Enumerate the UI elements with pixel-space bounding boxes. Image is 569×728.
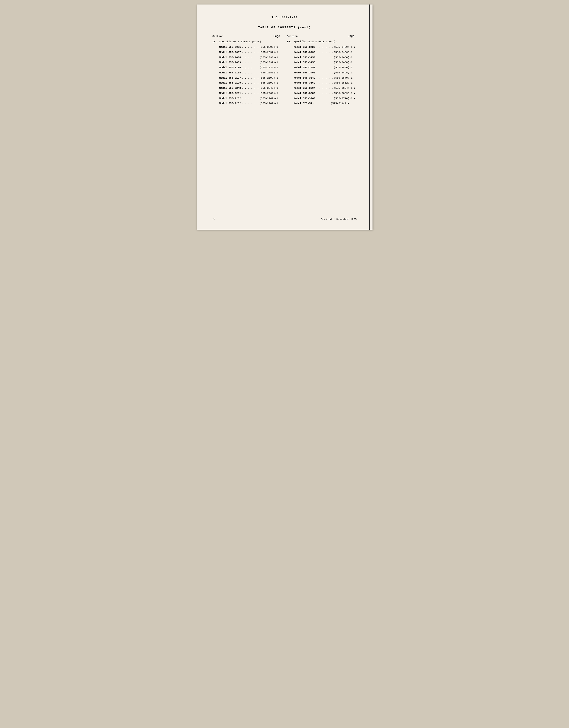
page-ref: (555-3495)-1	[334, 71, 353, 75]
model-text: Model 555-3562	[294, 81, 316, 85]
page-ref: (555-3429)-1	[334, 45, 353, 49]
footer-page-number: ii	[212, 218, 216, 221]
list-item: Model 555-3562. . . . . .(555-3562)-1	[287, 81, 357, 85]
list-item: Model 555-3604. . . . . .(555-3604)-1■	[287, 86, 357, 90]
list-item: Model 555-2199. . . . . .(555-2199)-1	[212, 81, 282, 85]
change-marker: ■	[348, 102, 349, 105]
left-entries: Model 555-2095. . . . . .(555-2095)-1Mod…	[212, 45, 282, 105]
list-item: Model 555-3450. . . . . .(555-3450)-1	[287, 55, 357, 59]
right-iv-label: IV.	[287, 40, 294, 43]
dots: . . . . . .	[316, 96, 333, 100]
model-text: Model 555-2243	[219, 86, 241, 90]
footer-revised: Revised 1 November 1955	[321, 218, 357, 221]
page-ref: (555-2097)-1	[259, 50, 278, 54]
left-iv-label: IV.	[212, 40, 219, 43]
page-ref: (555-2098)-1	[259, 55, 278, 59]
model-text: Model 555-3458	[294, 60, 316, 64]
page-ref: (555-2099)-1	[259, 60, 278, 64]
toc-content: Section Page IV. Specific Data Sheets (c…	[212, 35, 357, 107]
model-text: Model 575-51	[294, 101, 312, 105]
page-ref: (555-3740)-1	[334, 96, 353, 100]
model-text: Model 555-3740	[294, 96, 316, 100]
page-ref: (555-3490)-1	[334, 66, 353, 69]
page-ref: (555-3562)-1	[334, 81, 353, 85]
dots: . . . . . .	[313, 101, 330, 105]
dots: . . . . . .	[316, 71, 333, 75]
right-section-iv: IV. Specific Data Sheets (cont):	[287, 40, 357, 43]
model-text: Model 555-3604	[294, 86, 316, 90]
list-item: Model 555-3458. . . . . .(555-3458)-1	[287, 60, 357, 64]
right-page-header: Page	[348, 35, 355, 38]
dots: . . . . . .	[316, 66, 333, 69]
page-ref: (555-2188)-1	[259, 71, 278, 75]
toc-title: TABLE OF CONTENTS (cont)	[212, 26, 357, 29]
left-section-header: Section	[212, 35, 226, 38]
model-text: Model 555-2098	[219, 55, 241, 59]
left-section-iv: IV. Specific Data Sheets (cont):	[212, 40, 282, 43]
page-ref: (555-3689)-1	[334, 91, 353, 95]
list-item: Model 575-51. . . . . .(575-51)-1■	[287, 101, 357, 105]
dots: . . . . . .	[316, 60, 333, 64]
page-ref: (555-2199)-1	[259, 81, 278, 85]
right-col-header: Section Page	[287, 35, 357, 38]
page-ref: (555-2197)-1	[259, 76, 278, 80]
left-section-desc: Specific Data Sheets (cont):	[219, 40, 263, 43]
page-ref: (555-2262)-1	[259, 96, 278, 100]
footer: ii Revised 1 November 1955	[212, 218, 357, 221]
page-ref: (555-2095)-1	[259, 45, 278, 49]
page-ref: (555-3604)-1	[334, 86, 353, 90]
list-item: Model 555-2261. . . . . .(555-2261)-1	[212, 91, 282, 95]
page-ref: (555-3436)-1	[334, 50, 353, 54]
dots: . . . . . .	[316, 86, 333, 90]
model-text: Model 555-2261	[219, 91, 241, 95]
change-marker: ■	[354, 86, 355, 90]
list-item: Model 555-2262. . . . . .(555-2262)-1	[212, 96, 282, 100]
list-item: Model 555-2282. . . . . .(555-2282)-1	[212, 101, 282, 105]
list-item: Model 555-3689. . . . . .(555-3689)-1■	[287, 91, 357, 95]
dots: . . . . . .	[241, 81, 259, 85]
left-column: Section Page IV. Specific Data Sheets (c…	[212, 35, 282, 107]
dots: . . . . . .	[241, 66, 259, 69]
model-text: Model 555-3490	[294, 66, 316, 69]
dots: . . . . . .	[241, 96, 259, 100]
list-item: Model 555-3490. . . . . .(555-3490)-1	[287, 66, 357, 69]
page-ref: (555-3458)-1	[334, 60, 353, 64]
change-marker: ■	[354, 92, 355, 95]
list-item: Model 555-2097. . . . . .(555-2097)-1	[212, 50, 282, 54]
dots: . . . . . .	[241, 60, 259, 64]
page-ref: (555-2134)-1	[259, 66, 278, 69]
list-item: Model 555-2197. . . . . .(555-2197)-1	[212, 76, 282, 80]
page-ref: (555-3540)-1	[334, 76, 353, 80]
list-item: Model 555-2095. . . . . .(555-2095)-1	[212, 45, 282, 49]
document-page: T.O. 8S2-1-33 TABLE OF CONTENTS (cont) S…	[197, 5, 373, 230]
list-item: Model 555-2099. . . . . .(555-2099)-1	[212, 60, 282, 64]
list-item: Model 555-2188. . . . . .(555-2188)-1	[212, 71, 282, 75]
model-text: Model 555-2262	[219, 96, 241, 100]
model-text: Model 555-3436	[294, 50, 316, 54]
list-item: Model 555-2098. . . . . .(555-2098)-1	[212, 55, 282, 59]
page-ref: (555-2261)-1	[259, 91, 278, 95]
model-text: Model 555-3689	[294, 91, 316, 95]
model-text: Model 555-2197	[219, 76, 241, 80]
model-text: Model 555-2199	[219, 81, 241, 85]
dots: . . . . . .	[241, 76, 259, 80]
right-column: Section Page IV. Specific Data Sheets (c…	[287, 35, 357, 107]
list-item: Model 555-2134. . . . . .(555-2134)-1	[212, 66, 282, 69]
right-entries: Model 555-3429. . . . . .(555-3429)-1■Mo…	[287, 45, 357, 105]
list-item: Model 555-3429. . . . . .(555-3429)-1■	[287, 45, 357, 49]
dots: . . . . . .	[316, 45, 333, 49]
dots: . . . . . .	[316, 76, 333, 80]
dots: . . . . . .	[241, 91, 259, 95]
left-col-header: Section Page	[212, 35, 282, 38]
change-marker: ■	[354, 45, 355, 49]
list-item: Model 555-3436. . . . . .(555-3436)-1	[287, 50, 357, 54]
dots: . . . . . .	[316, 91, 333, 95]
dots: . . . . . .	[241, 50, 259, 54]
page-ref: (555-3450)-1	[334, 55, 353, 59]
right-section-desc: Specific Data Sheets (cont):	[294, 40, 337, 43]
right-section-header: Section	[287, 35, 301, 38]
model-text: Model 555-3450	[294, 55, 316, 59]
model-text: Model 555-3495	[294, 71, 316, 75]
list-item: Model 555-3540. . . . . .(555-3540)-1	[287, 76, 357, 80]
dots: . . . . . .	[241, 55, 259, 59]
